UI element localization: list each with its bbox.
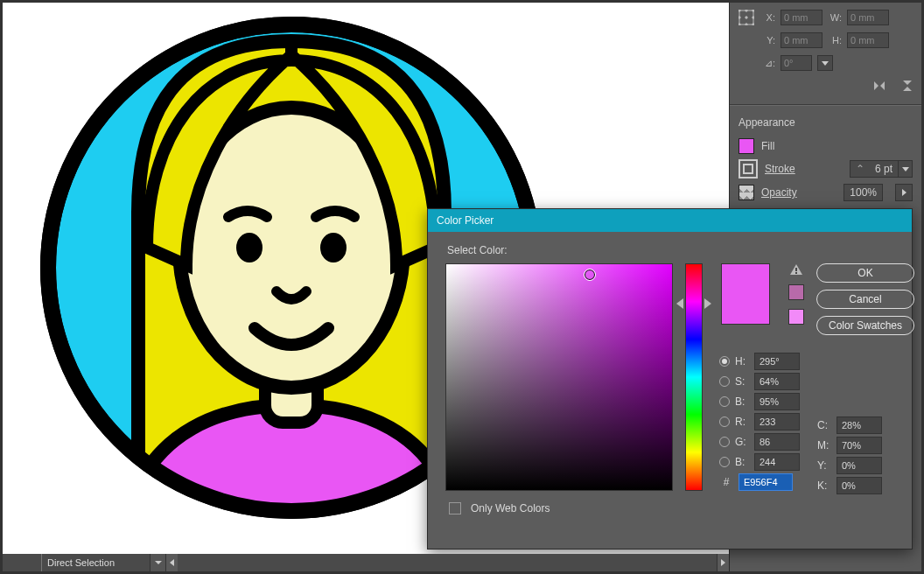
- x-input[interactable]: [780, 10, 822, 25]
- m-input[interactable]: 70%: [836, 437, 882, 454]
- color-swatches-button[interactable]: Color Swatches: [816, 316, 914, 335]
- b-rgb-label: B:: [735, 456, 749, 468]
- color-picker-dialog: Color Picker Select Color: Only Web Colo…: [427, 208, 913, 550]
- w-label: W:: [828, 12, 842, 23]
- k-label: K:: [817, 480, 831, 492]
- fill-swatch[interactable]: [738, 138, 754, 154]
- hue-indicator-left-icon: [676, 298, 683, 309]
- ok-button[interactable]: OK: [816, 263, 914, 283]
- svg-rect-17: [795, 268, 797, 271]
- y-input[interactable]: [780, 32, 822, 48]
- h-label: H:: [828, 35, 842, 46]
- s-radio[interactable]: [719, 376, 730, 387]
- status-tool[interactable]: Direct Selection: [41, 554, 150, 571]
- svg-point-12: [746, 17, 747, 18]
- h-input[interactable]: 295°: [754, 353, 800, 370]
- y-cmyk-label: Y:: [817, 459, 831, 472]
- svg-point-11: [738, 17, 740, 18]
- stroke-label[interactable]: Stroke: [765, 163, 843, 175]
- status-dropdown-icon[interactable]: [150, 554, 165, 571]
- h-radio[interactable]: [719, 356, 730, 367]
- hex-input[interactable]: E956F4: [738, 473, 793, 491]
- svg-point-10: [752, 10, 754, 11]
- g-label: G:: [735, 436, 749, 448]
- color-preview: [721, 263, 770, 325]
- svg-point-13: [752, 17, 754, 18]
- web-colors-checkbox[interactable]: Only Web Colors: [445, 500, 673, 517]
- websafe-suggest-swatch[interactable]: [788, 309, 804, 325]
- opacity-more-icon[interactable]: [895, 184, 913, 201]
- k-input[interactable]: 0%: [836, 477, 882, 494]
- dialog-title: Color Picker: [437, 214, 494, 227]
- y-label: Y:: [761, 35, 775, 46]
- hex-label: #: [719, 476, 733, 488]
- angle-input[interactable]: [780, 55, 812, 71]
- b-rgb-radio[interactable]: [719, 457, 730, 467]
- saturation-value-field[interactable]: [445, 263, 673, 491]
- x-label: X:: [761, 12, 775, 23]
- svg-point-15: [746, 24, 747, 25]
- b-hsb-label: B:: [735, 396, 749, 408]
- web-colors-label: Only Web Colors: [471, 502, 550, 514]
- r-input[interactable]: 233: [754, 413, 800, 430]
- s-label: S:: [735, 375, 749, 388]
- b-hsb-input[interactable]: 95%: [754, 393, 800, 410]
- angle-label: ⊿:: [761, 58, 775, 69]
- fill-row[interactable]: Fill: [730, 136, 921, 157]
- cancel-button[interactable]: Cancel: [816, 290, 914, 309]
- stroke-weight-value: 6 pt: [870, 163, 898, 175]
- appearance-title: Appearance: [730, 113, 921, 136]
- svg-point-4: [236, 233, 262, 262]
- transform-section: X: W: Y: H: ⊿:: [730, 3, 921, 80]
- gamut-suggest-swatch[interactable]: [788, 284, 804, 300]
- opacity-row[interactable]: Opacity 100%: [730, 181, 921, 204]
- h-input[interactable]: [847, 32, 889, 48]
- svg-point-14: [738, 24, 740, 25]
- svg-point-9: [746, 10, 747, 11]
- hue-indicator-right-icon: [704, 298, 711, 309]
- flip-horizontal-icon[interactable]: [872, 80, 886, 92]
- sv-cursor-icon: [584, 270, 595, 280]
- stroke-weight-input[interactable]: ⌃6 pt: [850, 160, 913, 178]
- status-bar: Direct Selection: [3, 554, 729, 571]
- opacity-swatch-icon: [738, 185, 754, 200]
- g-radio[interactable]: [719, 437, 730, 447]
- w-input[interactable]: [847, 10, 889, 25]
- stroke-row[interactable]: Stroke ⌃6 pt: [730, 157, 921, 181]
- stroke-swatch[interactable]: [738, 159, 758, 178]
- s-input[interactable]: 64%: [754, 373, 800, 390]
- svg-rect-18: [795, 272, 797, 274]
- b-rgb-input[interactable]: 244: [754, 453, 800, 471]
- scroll-left-icon[interactable]: [165, 554, 178, 571]
- fill-label: Fill: [761, 140, 913, 152]
- opacity-value: 100%: [844, 186, 882, 199]
- c-input[interactable]: 28%: [836, 416, 882, 434]
- scroll-right-icon[interactable]: [717, 554, 729, 571]
- m-label: M:: [817, 439, 831, 452]
- c-label: C:: [817, 419, 831, 431]
- y-cmyk-input[interactable]: 0%: [836, 457, 882, 474]
- hue-slider[interactable]: [685, 263, 703, 491]
- flip-vertical-icon[interactable]: [900, 80, 914, 92]
- h-label: H:: [735, 355, 749, 368]
- g-input[interactable]: 86: [754, 433, 800, 451]
- b-hsb-radio[interactable]: [719, 396, 730, 407]
- gamut-warning-icon[interactable]: [789, 263, 803, 276]
- select-color-label: Select Color:: [447, 244, 900, 256]
- svg-point-8: [738, 10, 740, 11]
- svg-point-16: [752, 24, 754, 25]
- angle-dropdown[interactable]: [817, 55, 833, 71]
- reference-point-icon[interactable]: [737, 8, 756, 27]
- dialog-titlebar[interactable]: Color Picker: [428, 209, 912, 232]
- opacity-input[interactable]: 100%: [844, 184, 883, 201]
- r-label: R:: [735, 416, 749, 428]
- svg-point-5: [320, 233, 346, 262]
- opacity-label[interactable]: Opacity: [761, 186, 836, 199]
- r-radio[interactable]: [719, 416, 730, 427]
